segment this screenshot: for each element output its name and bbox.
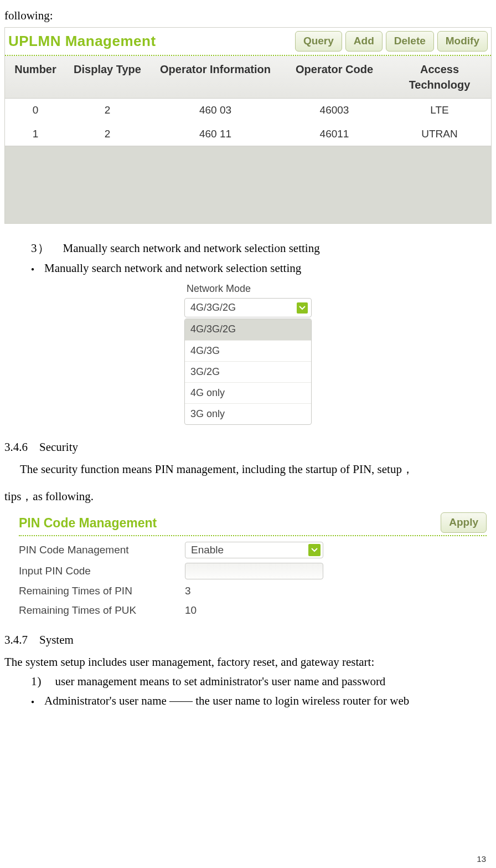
select-option[interactable]: 4G only [185, 382, 311, 403]
apply-button[interactable]: Apply [441, 512, 487, 533]
delete-button[interactable]: Delete [386, 31, 434, 52]
select-option[interactable]: 3G only [185, 403, 311, 424]
pin-mgmt-select[interactable]: Enable [185, 542, 323, 558]
th-display-type: Display Type [66, 56, 149, 98]
bullet-text: Manually search network and network sele… [44, 260, 301, 276]
remaining-puk-value: 10 [185, 603, 351, 618]
pin-code-panel: PIN Code Management Apply PIN Code Manag… [19, 512, 487, 618]
item-number: 3） [31, 240, 50, 256]
heading-347: 3.4.7 System [4, 632, 492, 648]
chevron-down-icon [308, 544, 321, 556]
th-number: Number [5, 56, 66, 98]
cell-operator-code: 46011 [282, 122, 387, 146]
pin-code-input[interactable] [185, 563, 323, 579]
chevron-down-icon [297, 302, 308, 314]
text-following: following: [4, 8, 492, 24]
th-access-tech: Access Technology [387, 56, 492, 98]
select-value: 4G/3G/2G [190, 301, 236, 315]
cell-display-type: 2 [66, 99, 149, 122]
bullet-icon: ● [31, 698, 34, 706]
uplmn-panel: UPLMN Management Query Add Delete Modify… [4, 27, 492, 224]
pin-mgmt-label: PIN Code Management [19, 543, 185, 558]
bullet-icon: ● [31, 265, 34, 273]
th-operator-code: Operator Code [282, 56, 387, 98]
cell-operator-info: 460 11 [149, 122, 282, 146]
query-button[interactable]: Query [295, 31, 342, 52]
remaining-pin-value: 3 [185, 584, 351, 599]
add-button[interactable]: Add [345, 31, 383, 52]
network-mode-panel: Network Mode 4G/3G/2G 4G/3G/2G 4G/3G 3G/… [184, 282, 312, 425]
uplmn-buttons: Query Add Delete Modify [295, 31, 488, 52]
paragraph: tips，as following. [4, 489, 492, 505]
remaining-puk-label: Remaining Times of PUK [19, 603, 185, 618]
pin-header: PIN Code Management Apply [19, 512, 487, 536]
uplmn-header: UPLMN Management Query Add Delete Modify [5, 28, 491, 56]
cell-operator-info: 460 03 [149, 99, 282, 122]
pin-input-label: Input PIN Code [19, 564, 185, 579]
bullet-text: Administrator's user name —— the user na… [44, 693, 492, 709]
select-option[interactable]: 4G/3G/2G [185, 319, 311, 340]
bullet-item: ● Administrator's user name —— the user … [4, 693, 492, 709]
uplmn-title: UPLMN Management [8, 31, 156, 51]
modify-button[interactable]: Modify [437, 31, 488, 52]
remaining-pin-label: Remaining Times of PIN [19, 584, 185, 599]
item-number: 1) [31, 674, 42, 690]
uplmn-table: Number Display Type Operator Information… [5, 56, 491, 223]
uplmn-table-head: Number Display Type Operator Information… [5, 56, 491, 99]
cell-number: 1 [5, 122, 66, 146]
bullet-item: ● Manually search network and network se… [4, 260, 492, 276]
heading-title: System [39, 633, 74, 646]
pin-form: PIN Code Management Enable Input PIN Cod… [19, 542, 487, 618]
heading-title: Security [39, 440, 78, 454]
item-text: Manually search network and network sele… [63, 240, 320, 256]
heading-number: 3.4.7 [4, 633, 28, 646]
heading-number: 3.4.6 [4, 440, 28, 454]
paragraph: The system setup includes user managemen… [4, 654, 492, 670]
cell-access-tech: UTRAN [387, 122, 492, 146]
paragraph: The security function means PIN manageme… [4, 461, 492, 477]
cell-number: 0 [5, 99, 66, 122]
table-row[interactable]: 0 2 460 03 46003 LTE [5, 99, 491, 122]
pin-title: PIN Code Management [19, 514, 157, 532]
item-text: user management means to set administrat… [55, 674, 386, 690]
network-mode-select[interactable]: 4G/3G/2G [184, 298, 312, 317]
network-mode-label: Network Mode [184, 282, 312, 296]
select-option[interactable]: 3G/2G [185, 361, 311, 382]
cell-operator-code: 46003 [282, 99, 387, 122]
uplmn-empty-area [5, 146, 491, 223]
list-item-3: 3） Manually search network and network s… [4, 240, 492, 256]
select-value: Enable [191, 543, 224, 558]
th-operator-info: Operator Information [149, 56, 282, 98]
cell-display-type: 2 [66, 122, 149, 146]
network-mode-options: 4G/3G/2G 4G/3G 3G/2G 4G only 3G only [184, 319, 312, 425]
cell-access-tech: LTE [387, 99, 492, 122]
heading-346: 3.4.6 Security [4, 439, 492, 455]
select-option[interactable]: 4G/3G [185, 340, 311, 361]
table-row[interactable]: 1 2 460 11 46011 UTRAN [5, 122, 491, 146]
list-item-1: 1) user management means to set administ… [4, 674, 492, 690]
